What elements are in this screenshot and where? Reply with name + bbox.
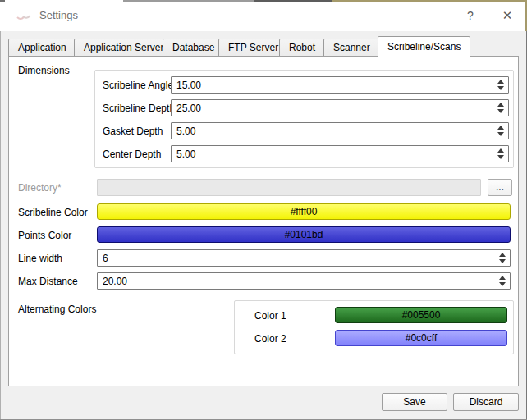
directory-input: [98, 180, 480, 195]
tab-database[interactable]: Database: [163, 39, 224, 57]
tab-application[interactable]: Application: [8, 39, 76, 57]
scribeline-angle-input[interactable]: [172, 77, 493, 93]
gasket-depth-spinbox[interactable]: [171, 122, 509, 139]
dimensions-group-label: Dimensions: [18, 65, 70, 76]
color-1-label: Color 1: [254, 310, 286, 322]
tab-application-server[interactable]: Application Server: [74, 39, 173, 57]
center-depth-spinbox[interactable]: [171, 145, 509, 162]
help-button[interactable]: ?: [456, 0, 485, 31]
tab-scanner[interactable]: Scanner: [323, 39, 380, 57]
settings-dialog: Settings ? ✕ Application Application Ser…: [0, 0, 527, 420]
spin-down-icon[interactable]: [497, 155, 504, 159]
color-1-button[interactable]: #005500: [335, 307, 507, 323]
close-icon: ✕: [502, 8, 513, 22]
scribeline-depth-spinbox[interactable]: [171, 99, 509, 116]
spin-up-icon[interactable]: [497, 148, 504, 153]
max-distance-input[interactable]: [98, 273, 495, 289]
close-button[interactable]: ✕: [493, 0, 522, 31]
directory-field: [97, 179, 481, 196]
scribeline-angle-spinbox[interactable]: [171, 76, 509, 94]
center-depth-input[interactable]: [172, 146, 493, 162]
max-distance-label: Max Distance: [18, 276, 78, 287]
spin-up-icon[interactable]: [499, 253, 506, 257]
app-icon: [16, 10, 31, 21]
scribeline-depth-input[interactable]: [172, 100, 493, 116]
background-window-edge: [123, 0, 254, 2]
scribeline-color-button[interactable]: #ffff00: [97, 203, 511, 220]
spin-up-icon[interactable]: [499, 276, 506, 280]
discard-button[interactable]: Discard: [453, 393, 519, 411]
tab-ftp-server[interactable]: FTP Server: [218, 39, 288, 57]
gasket-depth-input[interactable]: [172, 123, 493, 139]
title-bar[interactable]: Settings ? ✕: [0, 0, 527, 31]
background-window-edge: [332, 0, 527, 2]
points-color-button[interactable]: #0101bd: [97, 226, 511, 243]
alternating-colors-group-label: Alternating Colors: [18, 304, 96, 315]
scribeline-depth-label: Scribeline Depth: [103, 103, 175, 114]
max-distance-spinbox[interactable]: [97, 272, 511, 290]
line-width-input[interactable]: [98, 250, 495, 266]
spin-down-icon[interactable]: [497, 132, 504, 136]
background-window-edge: [254, 0, 332, 2]
window-title: Settings: [39, 0, 78, 31]
window-border: [0, 31, 1, 420]
scribeline-angle-label: Scribeline Angle: [103, 80, 173, 91]
tab-robot[interactable]: Robot: [279, 39, 325, 57]
gasket-depth-label: Gasket Depth: [103, 126, 163, 137]
center-depth-label: Center Depth: [103, 148, 161, 160]
spin-down-icon[interactable]: [497, 109, 504, 113]
spin-up-icon[interactable]: [497, 103, 504, 107]
color-2-label: Color 2: [254, 333, 286, 345]
save-button[interactable]: Save: [382, 393, 447, 411]
line-width-label: Line width: [18, 253, 62, 264]
browse-button[interactable]: ...: [488, 179, 512, 196]
scribeline-color-label: Scribeline Color: [18, 207, 88, 218]
spin-up-icon[interactable]: [497, 126, 504, 130]
line-width-spinbox[interactable]: [97, 249, 511, 267]
directory-label: Directory*: [18, 182, 62, 194]
background-window-edge: [0, 0, 5, 2]
spin-down-icon[interactable]: [499, 259, 506, 263]
question-mark-icon: ?: [467, 9, 474, 22]
color-2-button[interactable]: #0c0cff: [335, 330, 507, 346]
spin-down-icon[interactable]: [497, 86, 504, 90]
spin-up-icon[interactable]: [497, 80, 504, 84]
points-color-label: Points Color: [18, 230, 71, 241]
spin-down-icon[interactable]: [499, 282, 506, 286]
tab-scribeline-scans[interactable]: Scribeline/Scans: [378, 36, 470, 57]
